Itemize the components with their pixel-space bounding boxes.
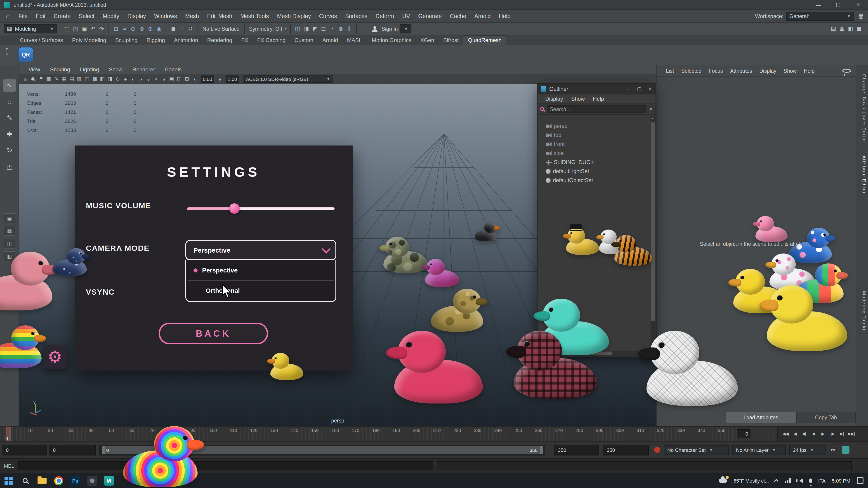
ipr-render-icon[interactable]: ◩: [311, 24, 319, 33]
outliner-title-bar[interactable]: Outliner — ▢ ✕: [537, 84, 655, 94]
gate-mask-icon[interactable]: ◫: [83, 74, 91, 84]
option-perspective[interactable]: Perspective: [186, 260, 336, 280]
hidden-icons-chevron[interactable]: [774, 479, 778, 484]
construction-history-icon[interactable]: ↺: [186, 24, 195, 33]
menu-item[interactable]: Cache: [446, 10, 470, 22]
menu-item[interactable]: Mesh Display: [273, 10, 315, 22]
select-tool-icon[interactable]: ↖: [3, 79, 16, 92]
sign-in-dropdown[interactable]: ▼: [400, 24, 411, 33]
back-button[interactable]: BACK: [159, 323, 268, 344]
anim-layer-selector[interactable]: No Anim Layer▼: [733, 445, 786, 455]
snap-to-projected-center-icon[interactable]: ⊚: [137, 24, 146, 33]
language-indicator[interactable]: ITA: [818, 478, 826, 483]
snap-to-view-planes-icon[interactable]: ⊕: [146, 24, 155, 33]
multisample-icon[interactable]: ▣: [168, 74, 176, 84]
filter-chevron-icon[interactable]: ▼: [649, 107, 653, 111]
render-sequence-icon[interactable]: ⊟: [319, 24, 328, 33]
outliner-item[interactable]: front: [537, 140, 650, 149]
outliner-item[interactable]: top: [537, 131, 650, 140]
image-plane-icon[interactable]: ▧: [45, 74, 53, 84]
shelf-tab[interactable]: Arnold: [318, 35, 342, 44]
tab-modeling-toolkit[interactable]: Modeling Toolkit: [857, 291, 867, 332]
menu-set-selector[interactable]: ▦ Modeling▼: [4, 24, 57, 33]
taskbar-search-button[interactable]: [17, 473, 33, 488]
scale-tool-icon[interactable]: ◰: [3, 160, 16, 173]
panel-menu-item[interactable]: Panels: [160, 66, 186, 72]
file-explorer-button[interactable]: [33, 473, 50, 488]
panel-menu-item[interactable]: View: [24, 66, 45, 72]
shelf-tab[interactable]: FX: [237, 35, 253, 44]
menu-item[interactable]: Windows: [150, 10, 181, 22]
attribute-editor-menu-item[interactable]: Help: [800, 68, 818, 73]
gamma-icon[interactable]: γ: [216, 74, 224, 84]
outliner-item[interactable]: SLIDING_DUCK: [537, 158, 650, 167]
layout-two-pane-icon[interactable]: ◫: [4, 238, 16, 249]
range-bar-fill[interactable]: [102, 446, 543, 454]
menu-item[interactable]: Edit Mesh: [203, 10, 236, 22]
photoshop-button[interactable]: Ps: [67, 473, 84, 488]
panel-menu-item[interactable]: Show: [104, 66, 127, 72]
maya-taskbar-button[interactable]: M: [100, 473, 117, 488]
render-current-frame-icon[interactable]: ◨: [302, 24, 311, 33]
animation-end-field[interactable]: 350: [602, 445, 649, 455]
menu-item[interactable]: Display: [123, 10, 150, 22]
panel-menu-item[interactable]: Lighting: [75, 66, 104, 72]
outliner-item[interactable]: defaultObjectSet: [537, 176, 650, 185]
settings-gear-icon[interactable]: ⚙: [43, 345, 67, 369]
outliner-menu-item[interactable]: Display: [541, 96, 567, 102]
panel-menu-item[interactable]: Shading: [45, 66, 75, 72]
undo-icon[interactable]: ↶: [89, 24, 97, 33]
step-back-key-button[interactable]: ◀|: [799, 428, 809, 439]
shelf-tab[interactable]: Curves / Surfaces: [16, 35, 68, 44]
bookmark-icon[interactable]: ⚑: [37, 74, 45, 84]
sign-in-control[interactable]: Sign In ▼: [372, 24, 411, 33]
current-time-field[interactable]: 0: [737, 429, 750, 438]
weather-icon[interactable]: [719, 478, 727, 483]
isolate-select-icon[interactable]: ⊞: [183, 74, 191, 84]
outliner-menu-item[interactable]: Show: [567, 96, 589, 102]
shelf-tab[interactable]: Motion Graphics: [367, 35, 416, 44]
textured-icon[interactable]: ◐: [129, 74, 137, 84]
slider-knob[interactable]: [229, 203, 240, 214]
close-button[interactable]: ✕: [645, 86, 655, 91]
outputs-from-selected-icon[interactable]: ≡: [178, 24, 186, 33]
pause-viewport-icon[interactable]: ‖: [345, 24, 353, 33]
camera-mode-dropdown[interactable]: Perspective: [185, 240, 336, 260]
layout-four-pane-icon[interactable]: ▦: [4, 226, 16, 236]
shaded-icon[interactable]: ●: [122, 74, 129, 84]
shelf-tab[interactable]: Rendering: [203, 35, 237, 44]
volume-icon[interactable]: [797, 478, 803, 483]
pin-icon[interactable]: [842, 69, 851, 73]
tab-attribute-editor[interactable]: Attribute Editor: [857, 156, 867, 194]
outliner-menu-item[interactable]: Help: [589, 96, 608, 102]
fps-selector[interactable]: 24 fps▼: [789, 445, 826, 455]
exposure-icon[interactable]: ◐: [191, 74, 199, 84]
character-set-selector[interactable]: No Character Set▼: [664, 445, 729, 455]
snap-to-points-icon[interactable]: ⊙: [129, 24, 137, 33]
menu-item[interactable]: Surfaces: [341, 10, 372, 22]
scroll-up-icon[interactable]: ▲: [651, 116, 655, 121]
channel-box-icon[interactable]: ▦: [838, 24, 846, 33]
link-icon[interactable]: ∞: [831, 447, 835, 453]
move-tool-icon[interactable]: ✚: [3, 128, 16, 140]
weather-text[interactable]: 55°F Mostly cl...: [734, 478, 769, 483]
exposure-field[interactable]: 0.00: [201, 75, 214, 83]
set-key-icon[interactable]: [654, 447, 660, 453]
menu-item[interactable]: Mesh Tools: [236, 10, 273, 22]
motion-blur-icon[interactable]: ◕: [160, 74, 168, 84]
shelf-tab[interactable]: Bifrost: [439, 35, 463, 44]
shelf-tab[interactable]: Poly Modeling: [68, 35, 111, 44]
attribute-editor-menu-item[interactable]: Focus: [705, 68, 726, 73]
range-start-handle[interactable]: [102, 446, 105, 454]
maya-home-icon[interactable]: ⌂: [4, 12, 11, 20]
menu-item[interactable]: Modify: [98, 10, 123, 22]
mel-label[interactable]: MEL: [0, 463, 18, 468]
outliner-item[interactable]: defaultLightSet: [537, 167, 650, 176]
menu-item[interactable]: Create: [50, 10, 74, 22]
frame-ruler[interactable]: 1020304050607080901001101201301401501601…: [0, 427, 778, 442]
shelf-tab[interactable]: QuadRemesh: [463, 35, 506, 45]
shelf-tab[interactable]: FX Caching: [253, 35, 290, 44]
inputs-to-selected-icon[interactable]: ≣: [169, 24, 178, 33]
no-live-surface-label[interactable]: No Live Surface: [201, 26, 241, 31]
option-orthogonal[interactable]: Orthogonal: [186, 281, 336, 300]
